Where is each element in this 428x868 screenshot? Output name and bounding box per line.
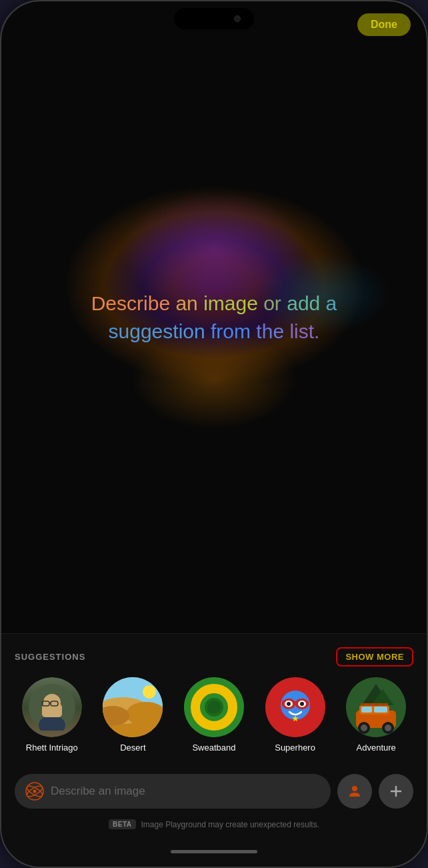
prompt-word-suggestion: suggestion — [109, 320, 211, 342]
prompt-text: Describe an image or add a suggestion fr… — [65, 290, 364, 346]
suggestion-label-adventure: Adventure — [357, 743, 396, 753]
sparkle-icon — [25, 782, 44, 801]
svg-point-25 — [300, 702, 304, 706]
svg-point-47 — [352, 786, 357, 791]
svg-point-16 — [207, 701, 221, 714]
svg-rect-33 — [374, 707, 387, 713]
dynamic-island — [174, 8, 254, 29]
suggestion-item-rhett[interactable]: Rhett Intriago — [15, 677, 89, 753]
svg-point-9 — [143, 685, 156, 699]
prompt-word-the: the — [256, 320, 289, 342]
suggestions-label: SUGGESTIONS — [15, 652, 85, 662]
suggestion-label-desert: Desert — [120, 743, 145, 753]
svg-point-24 — [287, 702, 291, 706]
prompt-word-describe: Describe — [91, 292, 176, 314]
prompt-word-or: or — [263, 292, 287, 314]
prompt-word-a: a — [326, 292, 337, 314]
prompt-word-add: add — [287, 292, 325, 314]
show-more-button[interactable]: SHOW MORE — [336, 647, 413, 667]
desert-avatar-svg — [103, 677, 163, 737]
suggestion-item-adventure[interactable]: Adventure — [339, 677, 413, 753]
suggestion-avatar-sweatband — [184, 677, 244, 737]
person-button[interactable] — [337, 774, 372, 809]
adventure-avatar-svg — [346, 677, 406, 737]
beta-notice: BETA Image Playground may create unexpec… — [15, 815, 413, 839]
suggestion-item-superhero[interactable]: Superhero — [258, 677, 333, 753]
home-indicator — [15, 839, 413, 867]
camera-dot — [234, 15, 241, 22]
suggestion-item-desert[interactable]: Desert — [96, 677, 171, 753]
svg-rect-32 — [361, 707, 372, 713]
sweatband-avatar-svg — [184, 677, 244, 737]
svg-point-37 — [385, 725, 391, 731]
screen: Done Describe an image or add a suggesti… — [1, 1, 427, 867]
suggestion-label-superhero: Superhero — [275, 743, 315, 753]
bottom-panel: SUGGESTIONS SHOW MORE — [1, 633, 427, 867]
person-icon — [347, 783, 363, 799]
input-placeholder: Describe an image — [51, 785, 320, 798]
svg-point-46 — [33, 790, 37, 793]
done-button[interactable]: Done — [357, 13, 411, 36]
suggestion-item-sweatband[interactable]: Sweatband — [177, 677, 251, 753]
input-bar: Describe an image — [15, 766, 413, 815]
suggestion-avatar-adventure — [346, 677, 406, 737]
avatar-rhett-face — [22, 677, 82, 737]
phone-frame: Done Describe an image or add a suggesti… — [0, 0, 428, 868]
main-canvas: Describe an image or add a suggestion fr… — [1, 1, 427, 633]
suggestion-avatar-superhero — [265, 677, 325, 737]
suggestions-header: SUGGESTIONS SHOW MORE — [15, 647, 413, 667]
text-input-wrapper[interactable]: Describe an image — [15, 774, 331, 809]
prompt-word-list: list. — [289, 320, 319, 342]
suggestion-avatar-rhett — [22, 677, 82, 737]
prompt-word-image: image — [203, 292, 263, 314]
rhett-avatar-svg — [29, 684, 75, 731]
svg-point-35 — [361, 725, 367, 731]
beta-badge: BETA — [109, 819, 135, 829]
plus-button[interactable] — [379, 774, 413, 809]
prompt-word-an: an — [175, 292, 203, 314]
suggestions-row: Rhett Intriago — [15, 677, 413, 753]
svg-rect-38 — [361, 703, 388, 706]
suggestion-label-sweatband: Sweatband — [192, 743, 235, 753]
prompt-word-from: from — [211, 320, 256, 342]
superhero-avatar-svg — [265, 677, 325, 737]
suggestion-avatar-desert — [103, 677, 163, 737]
home-bar — [171, 850, 257, 853]
beta-notice-text: Image Playground may create unexpected r… — [141, 820, 319, 829]
suggestion-label-rhett: Rhett Intriago — [26, 743, 78, 753]
plus-icon — [389, 784, 403, 799]
